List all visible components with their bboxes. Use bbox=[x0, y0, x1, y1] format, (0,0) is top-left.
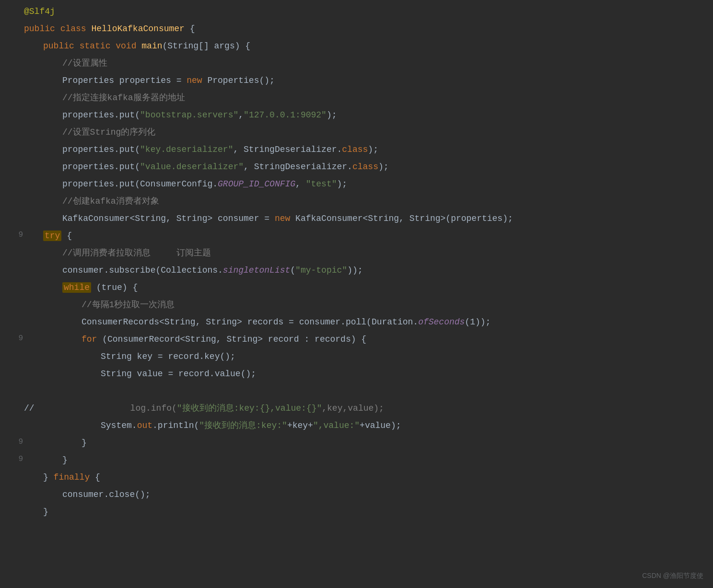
line-annotation: @Slf4j bbox=[14, 5, 713, 22]
watermark: CSDN @渔阳节度使 bbox=[642, 570, 703, 581]
line-for: 9 for (ConsumerRecord<String, String> re… bbox=[14, 333, 713, 350]
line-while: while (true) { bbox=[14, 281, 713, 298]
line-bootstrap: properties.put("bootstrap.servers","127.… bbox=[14, 108, 713, 126]
line-comment-2: //指定连接kafka服务器的地址 bbox=[14, 91, 713, 108]
line-group-id: properties.put(ConsumerConfig.GROUP_ID_C… bbox=[14, 177, 713, 195]
line-try: 9 try { bbox=[14, 229, 713, 246]
line-key-deser: properties.put("key.deserializer", Strin… bbox=[14, 143, 713, 160]
line-close-while: 9 } bbox=[14, 453, 713, 471]
code-editor: @Slf4j public class HelloKafkaConsumer {… bbox=[0, 0, 713, 527]
line-comment-4: //创建kafka消费者对象 bbox=[14, 195, 713, 212]
line-properties-decl: Properties properties = new Properties()… bbox=[14, 74, 713, 91]
annotation-slf4j: @Slf4j bbox=[24, 7, 55, 16]
line-key: String key = record.key(); bbox=[14, 350, 713, 367]
line-comment-log: //log.info("接收到的消息:key:{},value:{}",key,… bbox=[14, 402, 713, 419]
gutter-for: 9 bbox=[14, 333, 23, 345]
line-comment-5: //调用消费者拉取消息 订阅主题 bbox=[14, 246, 713, 264]
gutter-close-for: 9 bbox=[14, 436, 23, 449]
line-empty-1 bbox=[14, 384, 713, 402]
line-main-method: public static void main(String[] args) { bbox=[14, 39, 713, 57]
line-consumer-create: KafkaConsumer<String, String> consumer =… bbox=[14, 212, 713, 229]
gutter-try: 9 bbox=[14, 229, 23, 242]
line-comment-3: //设置String的序列化 bbox=[14, 126, 713, 143]
line-comment-6: //每隔1秒拉取一次消息 bbox=[14, 298, 713, 315]
line-subscribe: consumer.subscribe(Collections.singleton… bbox=[14, 264, 713, 281]
line-value: String value = record.value(); bbox=[14, 367, 713, 384]
line-close: consumer.close(); bbox=[14, 488, 713, 505]
line-value-deser: properties.put("value.deserializer", Str… bbox=[14, 160, 713, 177]
line-poll: ConsumerRecords<String, String> records … bbox=[14, 315, 713, 333]
line-close-for-body: 9 } bbox=[14, 436, 713, 453]
line-class-decl: public class HelloKafkaConsumer { bbox=[14, 22, 713, 39]
line-println: System.out.println("接收到的消息:key:"+key+",v… bbox=[14, 419, 713, 436]
line-close-try: } bbox=[14, 505, 713, 522]
line-finally: } finally { bbox=[14, 471, 713, 488]
line-comment-1: //设置属性 bbox=[14, 57, 713, 74]
gutter-close-while: 9 bbox=[14, 453, 23, 466]
